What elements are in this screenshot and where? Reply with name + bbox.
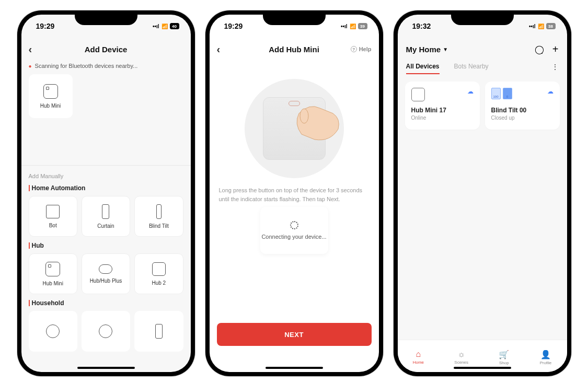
device-name: Hub Mini 17 [411,107,474,114]
help-label: Help [359,46,372,52]
blind-tilt-icon [156,204,162,219]
scan-status: ● Scanning for Bluetooth devices nearby.… [29,63,183,69]
device-icon [155,324,163,339]
battery-icon: 39 [358,23,367,29]
connecting-text: Connecting your device... [261,234,326,240]
shop-icon: 🛒 [499,350,509,359]
phone-2-add-hub-mini: 19:29 ••ıl 📶 39 ‹ Add Hub Mini ? Help [205,10,383,376]
notch [263,10,326,25]
hub-mini-icon [45,262,60,276]
device-tile-blind-tilt[interactable]: 100 0 ☁ Blind Tilt 00 Closed up [485,82,560,130]
status-time: 19:29 [36,22,55,30]
help-button[interactable]: ? Help [351,46,372,52]
spinner-icon [290,221,298,229]
connecting-dialog: Connecting your device... [260,207,328,254]
device-status: Online [411,115,474,121]
notification-icon[interactable]: ◯̣ [535,44,544,54]
scenes-icon: ☼ [457,350,465,359]
help-icon: ? [351,46,357,52]
back-button[interactable]: ‹ [217,43,221,55]
page-title: Add Hub Mini [269,45,319,54]
device-tile-hub-mini[interactable]: ☁ Hub Mini 17 Online [405,82,480,130]
nav-bar: ‹ Add Device [21,38,191,61]
status-icons: ••ıl 📶 40 [153,23,179,29]
home-dropdown[interactable]: My Home ▼ [406,45,448,54]
device-card-hub-plus[interactable]: Hub/Hub Plus [82,253,130,294]
status-time: 19:29 [224,22,243,30]
notch [75,10,137,25]
device-card-hub-mini[interactable]: Hub Mini [29,253,77,294]
category-title: Home Automation [29,184,183,192]
tab-shop[interactable]: 🛒 Shop [499,350,509,365]
device-status: Closed up [491,115,554,121]
red-bar-icon [29,242,30,249]
device-card[interactable] [82,311,130,352]
home-indicator[interactable] [454,367,511,369]
cloud-icon: ☁ [547,88,554,95]
found-device-card[interactable]: Hub Mini [29,74,73,118]
device-card[interactable] [29,311,77,352]
cloud-icon: ☁ [467,88,474,95]
home-indicator[interactable] [77,367,135,369]
device-name: Blind Tilt 00 [491,107,554,114]
hand-icon [289,98,341,145]
category-title: Hub [29,242,183,249]
chevron-down-icon: ▼ [443,47,448,52]
scan-dot-icon: ● [29,63,32,69]
red-bar-icon [29,185,30,191]
status-time: 19:32 [412,22,431,30]
home-icon: ⌂ [416,350,421,359]
profile-icon: 👤 [540,350,551,359]
phone-3-my-home: 19:32 ••ıl 📶 38 My Home ▼ ◯̣ + All Devic… [394,10,571,376]
device-card-bot[interactable]: Bot [29,196,77,237]
hub2-icon [152,262,166,276]
device-card-hub-2[interactable]: Hub 2 [134,253,183,294]
phone-1-add-device: 19:29 ••ıl 📶 40 ‹ Add Device ● Scanning … [17,10,195,376]
svg-point-0 [300,109,308,123]
page-title: Add Device [85,45,128,54]
found-device-label: Hub Mini [40,103,61,109]
scan-text: Scanning for Bluetooth devices nearby... [35,63,138,69]
hub-mini-icon [43,84,58,99]
cloud-icon [99,264,112,274]
add-manually-label: Add Manually [29,173,183,179]
tab-all-devices[interactable]: All Devices [406,63,440,74]
pairing-illustration [217,71,372,186]
home-indicator[interactable] [266,367,323,369]
notch [451,10,514,25]
red-bar-icon [29,300,30,306]
curtain-icon [102,204,109,219]
hub-device-illustration [263,97,326,160]
category-title: Household [29,299,183,307]
battery-icon: 40 [170,23,179,29]
device-card-blind-tilt[interactable]: Blind Tilt [134,196,183,237]
status-icons: ••ıl 📶 38 [529,23,556,29]
more-menu-icon[interactable]: ⋮ [551,63,559,74]
blind-tilt-icon: 100 0 [491,88,554,101]
instruction-text: Long press the button on top of the devi… [217,186,372,203]
nav-bar: ‹ Add Hub Mini ? Help [210,38,379,61]
device-card-curtain[interactable]: Curtain [82,196,130,237]
separator [21,165,191,166]
bot-icon [46,205,60,218]
tab-bots-nearby[interactable]: Bots Nearby [454,63,489,74]
next-button[interactable]: NEXT [217,323,372,346]
device-icon [46,324,60,338]
status-icons: ••ıl 📶 39 [341,23,367,29]
tab-home[interactable]: ⌂ Home [413,350,424,365]
battery-icon: 38 [546,23,556,29]
tabs: All Devices Bots Nearby ⋮ [398,63,567,74]
tab-scenes[interactable]: ☼ Scenes [454,350,468,365]
device-icon [99,324,112,338]
back-button[interactable]: ‹ [29,43,32,55]
hub-mini-icon [411,88,425,101]
home-header: My Home ▼ ◯̣ + [398,38,567,61]
add-icon[interactable]: + [552,43,559,55]
tab-profile[interactable]: 👤 Profile [540,350,552,365]
device-card[interactable] [134,311,183,352]
